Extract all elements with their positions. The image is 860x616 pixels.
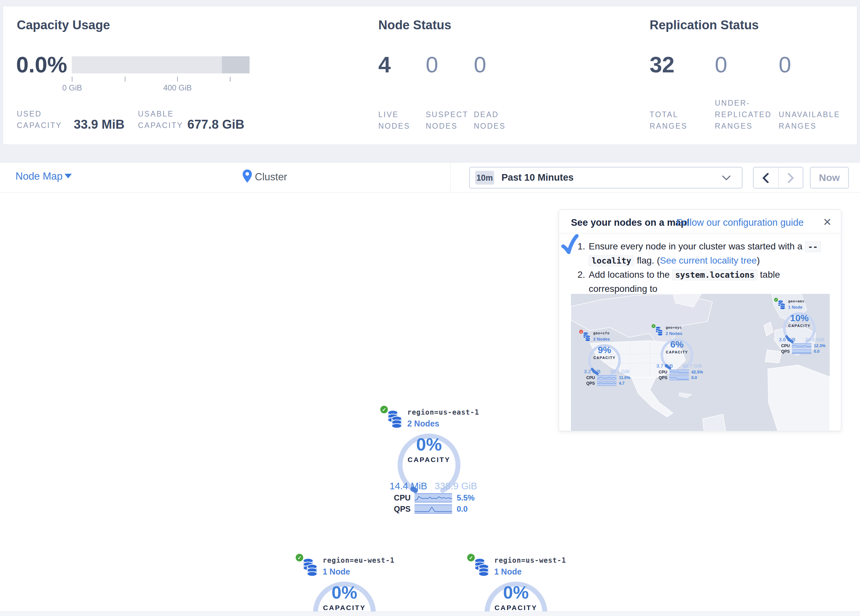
database-stack-icon (384, 410, 402, 429)
qps-metric-row: QPS 0.0 (774, 349, 827, 354)
time-forward-button[interactable] (778, 168, 803, 188)
code-chip: locality (589, 255, 634, 266)
locality-label: region=us-west-1 (494, 556, 566, 564)
view-mode-dropdown[interactable]: Node Map (16, 171, 63, 182)
capacity-word: CAPACITY (396, 456, 462, 464)
node-map-config-popup: See your nodes on a map! Follow our conf… (559, 210, 841, 431)
healthy-check-icon: ✓ (774, 298, 778, 302)
cpu-value: 42.5% (691, 370, 703, 375)
used-capacity: 3.7 GiB (656, 363, 673, 369)
chevron-right-icon (788, 173, 794, 183)
used-capacity-label: USED CAPACITY (17, 108, 62, 131)
node-count-link[interactable]: 1 Node (494, 567, 521, 577)
qps-sparkline (669, 375, 689, 380)
capacity-percent: 0% (396, 434, 462, 455)
close-icon[interactable]: ✕ (823, 216, 832, 228)
total-ranges-count: 32 (650, 52, 675, 77)
axis-tick-label: 400 GiB (151, 83, 204, 92)
dead-nodes-label: DEAD NODES (474, 109, 506, 132)
map-marker-geo-nyc[interactable]: ✓ geo=nyc 2 Nodes 6% CAPACITY 3.7 GiB 65… (651, 324, 705, 382)
cpu-value: 12.3% (814, 343, 825, 348)
healthy-check-icon: ✓ (296, 554, 303, 561)
warning-count-icon: 1 (579, 330, 583, 334)
step-text: ) (756, 255, 760, 266)
map-marker-geo-ams[interactable]: ✓ geo=ams 1 Node 10% CAPACITY 3.6 GiB 34… (774, 298, 827, 356)
cpu-label: CPU (390, 493, 411, 503)
locality-label: geo=ams (788, 299, 805, 303)
locality-card-us-east-1[interactable]: ✓ region=us-east-1 2 Nodes 0% CAPACITY 1… (380, 406, 482, 516)
axis-tick (230, 77, 231, 82)
node-count-link: 1 Node (788, 305, 802, 310)
node-count-link[interactable]: 2 Nodes (407, 419, 439, 428)
time-back-button[interactable] (754, 168, 778, 188)
capacity-percent: 6% (660, 339, 694, 350)
capacity-word: CAPACITY (782, 324, 816, 328)
code-chip: system.locations (672, 270, 758, 281)
step-text: Add locations to the (589, 270, 672, 280)
capacity-word: CAPACITY (483, 604, 549, 612)
used-capacity: 14.4 MiB (389, 481, 427, 492)
qps-value: 0.0 (457, 505, 468, 514)
qps-label: QPS (390, 505, 411, 514)
now-button[interactable]: Now (810, 167, 849, 188)
qps-sparkline (597, 381, 616, 386)
capacity-word: CAPACITY (311, 604, 377, 612)
cpu-metric-row: CPU 12.3% (774, 343, 827, 348)
under-replicated-count: 0 (715, 52, 727, 77)
step-number: 2. (578, 268, 585, 282)
capacity-usage-bar (72, 56, 250, 74)
dead-nodes-count: 0 (474, 52, 486, 77)
qps-label: QPS (657, 375, 667, 380)
under-replicated-label: UNDER- REPLICATED RANGES (715, 97, 772, 132)
map-marker-geo-sfo[interactable]: 1 geo=sfo 2 Nodes 9% CAPACITY 3.2 GiB 35… (579, 330, 632, 387)
qps-value: 0.0 (814, 349, 819, 354)
used-capacity: 3.2 GiB (584, 369, 601, 375)
step-text: Ensure every node in your cluster was st… (589, 241, 805, 251)
replication-status-title: Replication Status (650, 18, 759, 32)
capacity-values: 14.4 MiB 338.9 GiB (389, 481, 477, 492)
capacity-values: 3.6 GiB 34.4 GiB (779, 337, 824, 343)
cpu-metric-row: CPU 5.5% (380, 493, 482, 503)
unavailable-ranges-label: UNAVAILABLE RANGES (779, 109, 840, 132)
locality-label: geo=nyc (666, 326, 682, 329)
cluster-summary-panel: Capacity Usage 0.0% 0 GiB 400 GiB USED C… (3, 6, 857, 145)
qps-sparkline (414, 505, 452, 514)
qps-label: QPS (779, 349, 790, 354)
node-count-link: 2 Nodes (666, 331, 683, 336)
locality-tree-link[interactable]: See current locality tree (660, 255, 756, 266)
total-capacity: 338.9 GiB (435, 481, 477, 492)
healthy-check-icon: ✓ (380, 406, 388, 413)
live-nodes-count: 4 (378, 52, 391, 77)
database-stack-icon (654, 326, 663, 336)
time-range-dropdown[interactable]: 10m Past 10 Minutes (469, 167, 742, 188)
usable-capacity-label: USABLE CAPACITY (138, 108, 183, 131)
time-range-badge: 10m (475, 171, 494, 185)
capacity-percent: 10% (782, 313, 816, 323)
healthy-check-icon: ✓ (467, 554, 475, 561)
qps-label: QPS (584, 381, 595, 386)
cpu-sparkline (414, 493, 452, 503)
chevron-down-icon (64, 174, 72, 178)
locality-card-us-west-1[interactable]: ✓ region=us-west-1 1 Node 0% CAPACITY 9.… (467, 554, 569, 616)
axis-tick (177, 77, 178, 82)
axis-tick-label: 0 GiB (46, 83, 99, 92)
capacity-bar-reserved-segment (222, 56, 250, 74)
chevron-left-icon (762, 173, 769, 183)
node-count-link[interactable]: 1 Node (323, 567, 350, 577)
popup-title: See your nodes on a map! (571, 217, 690, 228)
example-node-map-image: 1 geo=sfo 2 Nodes 9% CAPACITY 3.2 GiB 35… (571, 294, 830, 431)
database-stack-icon (776, 300, 786, 310)
capacity-word: CAPACITY (587, 356, 621, 360)
total-capacity: 35.1 GiB (610, 369, 629, 375)
cpu-sparkline (597, 375, 616, 380)
total-capacity: 34.4 GiB (805, 337, 824, 343)
suspect-nodes-count: 0 (426, 52, 438, 77)
qps-metric-row: QPS 0.0 (380, 505, 482, 514)
breadcrumb-cluster[interactable]: Cluster (255, 171, 287, 183)
configuration-guide-link[interactable]: Follow our configuration guide (676, 217, 804, 228)
cpu-label: CPU (779, 343, 790, 348)
usable-capacity-value: 677.8 GiB (187, 118, 244, 132)
time-range-label: Past 10 Minutes (501, 172, 574, 183)
locality-card-eu-west-1[interactable]: ✓ region=eu-west-1 1 Node 0% CAPACITY 9.… (296, 554, 398, 616)
axis-tick (125, 77, 126, 82)
